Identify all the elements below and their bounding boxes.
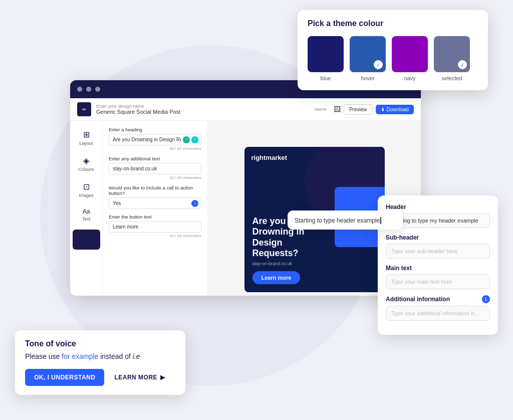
- browser-dot-2: [86, 87, 91, 92]
- swatch-blue[interactable]: [308, 36, 344, 72]
- additional-info-input[interactable]: [386, 306, 490, 321]
- cta-select[interactable]: Yes No: [109, 197, 201, 209]
- layout-icon: ⊞: [83, 130, 90, 139]
- ok-understand-button[interactable]: OK, I UNDERSTAND: [25, 369, 104, 386]
- colour-swatch-selected[interactable]: ✓ selected: [434, 36, 470, 81]
- design-name-value: Generic Square Social Media Post: [96, 109, 310, 115]
- browser-dot-1: [77, 87, 82, 92]
- additional-info-label: Additional information i: [386, 295, 490, 303]
- images-icon: ⊡: [83, 182, 90, 191]
- swatch-label-blue: blue: [321, 75, 331, 81]
- preview-button[interactable]: Preview: [344, 104, 373, 115]
- subheader-field-label: Sub-header: [386, 234, 490, 241]
- design-icon: ✏: [77, 102, 91, 116]
- sidebar-item-colours[interactable]: ◈ Colours: [73, 152, 100, 176]
- heading-group: Enter a heading ✓ ✓ 36 / 60 characters: [109, 127, 201, 151]
- theme-picker-title: Pick a theme colour: [308, 19, 478, 28]
- download-icon: ⬇: [381, 107, 385, 112]
- main-text-field: Main text: [386, 265, 490, 289]
- layout-label: Layout: [79, 141, 93, 146]
- arrow-icon: ▶: [160, 374, 165, 381]
- subheader-field: Sub-header: [386, 234, 490, 259]
- tone-highlight: for example: [62, 352, 98, 360]
- ad-subtext: stay-on-brand.co.uk: [252, 261, 377, 266]
- tone-title: Tone of voice: [25, 339, 175, 348]
- button-text-char-count: 10 / 16 characters: [109, 234, 201, 238]
- text-icon: Aa: [83, 208, 90, 215]
- image-icon: 🖼: [334, 105, 341, 113]
- browser-window: ✏ Enter your design name Generic Square …: [70, 80, 421, 296]
- design-name-fields: Enter your design name Generic Square So…: [96, 104, 310, 115]
- colours-icon: ◈: [83, 156, 89, 165]
- tone-banner: Tone of voice Please use for example ins…: [15, 330, 185, 395]
- sidebar-item-images[interactable]: ⊡ Images: [73, 178, 100, 202]
- tone-actions: OK, I UNDERSTAND LEARN MORE ▶: [25, 369, 175, 386]
- colour-swatch-hover[interactable]: ✓ hover: [350, 36, 386, 81]
- sidebar-item-text[interactable]: Aa Text: [73, 204, 100, 226]
- button-text-group: Enter the button text 10 / 16 characters: [109, 214, 201, 238]
- swatch-label-navy: navy: [404, 75, 415, 81]
- additional-info-field: Additional information i: [386, 295, 490, 321]
- content-area: Enter a heading ✓ ✓ 36 / 60 characters E…: [103, 121, 421, 296]
- header-typing-popup: Starting to type header example: [288, 211, 403, 230]
- learn-more-button[interactable]: LEARN MORE ▶: [114, 374, 165, 381]
- browser-body: ⊞ Layout ◈ Colours ⊡ Images Aa Text: [70, 121, 421, 296]
- info-icon[interactable]: i: [482, 295, 490, 303]
- button-text-input[interactable]: [109, 221, 201, 233]
- design-name-bar: ✏ Enter your design name Generic Square …: [70, 98, 421, 121]
- swatch-label-hover: hover: [361, 75, 375, 81]
- header-typing-text: Starting to type header example: [295, 217, 380, 224]
- cta-group: Would you like to include a call to acti…: [109, 185, 201, 209]
- sidebar: ⊞ Layout ◈ Colours ⊡ Images Aa Text: [70, 121, 103, 296]
- name-label: Name: [315, 107, 327, 112]
- tone-prefix: Please use: [25, 352, 62, 360]
- main-text-input[interactable]: [386, 274, 490, 289]
- heading-label: Enter a heading: [109, 127, 201, 132]
- ad-cta-button[interactable]: Learn more: [252, 271, 301, 284]
- select-arrow-icon: ›: [191, 200, 198, 207]
- tone-middle: instead of: [98, 352, 133, 360]
- cta-label: Would you like to include a call to acti…: [109, 185, 201, 196]
- text-label: Text: [82, 217, 91, 222]
- swatch-label-selected: selected: [442, 75, 462, 81]
- tone-italic: i.e: [133, 352, 140, 360]
- colour-swatch-navy[interactable]: navy: [392, 36, 428, 81]
- main-content: Enter a heading ✓ ✓ 36 / 60 characters E…: [103, 121, 421, 296]
- colours-label: Colours: [78, 167, 94, 172]
- sidebar-dark-block: [73, 230, 100, 250]
- swatch-check-hover: ✓: [374, 60, 383, 69]
- cursor-blink: [380, 217, 381, 224]
- colour-swatch-blue[interactable]: blue: [308, 36, 344, 81]
- cta-select-wrapper: Yes No ›: [109, 197, 201, 209]
- images-label: Images: [79, 193, 94, 198]
- main-text-field-label: Main text: [386, 265, 490, 272]
- heading-char-count: 36 / 60 characters: [109, 146, 201, 151]
- swatch-navy[interactable]: [392, 36, 428, 72]
- form-panel: Enter a heading ✓ ✓ 36 / 60 characters E…: [103, 121, 208, 296]
- additional-text-label: Enter any additional text: [109, 156, 201, 161]
- design-actions: 🖼 Preview ⬇ Download: [334, 104, 414, 115]
- tone-text: Please use for example instead of i.e: [25, 351, 175, 362]
- ad-logo: rightmarket: [251, 154, 288, 161]
- subheader-input[interactable]: [386, 244, 490, 259]
- button-text-label: Enter the button text: [109, 214, 201, 220]
- design-name-label: Enter your design name: [96, 104, 310, 109]
- download-button[interactable]: ⬇ Download: [376, 105, 414, 114]
- swatch-selected[interactable]: ✓: [434, 36, 470, 72]
- heading-input-wrapper: ✓ ✓: [109, 134, 201, 145]
- colour-swatches: blue ✓ hover navy ✓ selected: [308, 36, 478, 81]
- additional-text-char-count: 18 / 30 characters: [109, 175, 201, 180]
- check-icon-teal: ✓: [191, 136, 198, 143]
- browser-dot-3: [95, 87, 100, 92]
- additional-text-input[interactable]: [109, 163, 201, 174]
- check-icon-green: ✓: [183, 136, 190, 143]
- header-field-label: Header: [386, 203, 490, 211]
- sidebar-item-layout[interactable]: ⊞ Layout: [73, 126, 100, 150]
- swatch-check-selected: ✓: [458, 60, 467, 69]
- theme-picker-panel: Pick a theme colour blue ✓ hover navy ✓ …: [298, 10, 488, 90]
- heading-icons: ✓ ✓: [183, 136, 198, 143]
- swatch-hover[interactable]: ✓: [350, 36, 386, 72]
- additional-text-group: Enter any additional text 18 / 30 charac…: [109, 156, 201, 180]
